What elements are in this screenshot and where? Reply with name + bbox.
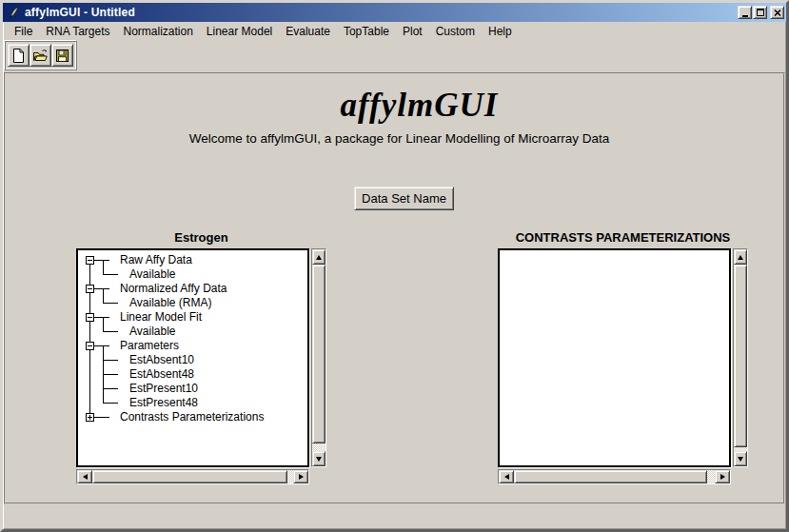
tree-line: [94, 260, 109, 261]
tree-line: [103, 403, 118, 404]
tree-line: [103, 288, 104, 303]
tree-item-label[interactable]: EstPresent10: [129, 382, 198, 396]
contrasts-listbox[interactable]: [498, 248, 731, 467]
data-set-name-button[interactable]: Data Set Name: [354, 187, 454, 210]
tree-item-label[interactable]: Available: [129, 325, 175, 339]
tree-item-normalized-affy-data[interactable]: Normalized Affy Data: [78, 282, 307, 296]
scroll-down-button[interactable]: [312, 451, 325, 466]
tree-item-raw-affy-data[interactable]: Raw Affy Data: [78, 253, 307, 267]
tree-item-available[interactable]: Available: [78, 267, 307, 282]
tree-item-label[interactable]: EstAbsent48: [129, 367, 194, 382]
collapse-toggle-icon[interactable]: [86, 342, 94, 350]
new-file-icon: [10, 48, 27, 64]
tree-item-label[interactable]: Contrasts Parameterizations: [120, 410, 264, 424]
tree-line: [103, 374, 104, 388]
menu-plot[interactable]: Plot: [396, 23, 429, 40]
expand-toggle-icon[interactable]: [86, 413, 94, 422]
tree-item-estabsent48[interactable]: EstAbsent48: [78, 367, 307, 382]
scroll-up-button[interactable]: [312, 249, 325, 265]
estrogen-tree-listbox[interactable]: Raw Affy Data Available Normalized Affy …: [76, 248, 309, 467]
toolbar: [4, 40, 77, 70]
tree-line: [103, 388, 104, 403]
tree-item-parameters[interactable]: Parameters: [78, 339, 307, 353]
new-file-button[interactable]: [8, 44, 30, 67]
tree-item-estabsent10[interactable]: EstAbsent10: [78, 353, 307, 367]
tree-line: [94, 345, 109, 346]
menu-file[interactable]: File: [8, 23, 39, 40]
menu-evaluate[interactable]: Evaluate: [279, 23, 337, 40]
tree-line: [103, 345, 104, 360]
scrollbar-thumb[interactable]: [734, 265, 747, 447]
tree-line: [103, 360, 104, 374]
arrow-left-icon: [83, 474, 88, 480]
right-vertical-scrollbar[interactable]: [733, 248, 748, 467]
tree-line: [103, 260, 104, 274]
close-button[interactable]: [770, 6, 784, 19]
tree-item-label[interactable]: Linear Model Fit: [120, 310, 202, 325]
tree-item-linear-model-fit[interactable]: Linear Model Fit: [78, 310, 307, 325]
welcome-text: Welcome to affylmGUI, a package for Line…: [3, 131, 786, 146]
app-window: affylmGUI - Untitled File RNA Targets No…: [0, 0, 789, 532]
tree-item-label[interactable]: Normalized Affy Data: [120, 282, 227, 296]
arrow-left-icon: [504, 474, 509, 480]
menu-custom[interactable]: Custom: [429, 23, 482, 40]
menu-normalization[interactable]: Normalization: [117, 23, 200, 40]
scroll-up-button[interactable]: [734, 249, 747, 265]
open-folder-icon: [32, 48, 49, 64]
menu-linear-model[interactable]: Linear Model: [200, 23, 279, 40]
collapse-toggle-icon[interactable]: [86, 313, 94, 322]
tree-item-label[interactable]: EstAbsent10: [129, 353, 194, 367]
tree-item-label[interactable]: Raw Affy Data: [120, 253, 192, 267]
tree-line: [94, 288, 109, 289]
minimize-icon: [742, 15, 748, 17]
maximize-icon: [757, 9, 764, 16]
tree-item-estpresent48[interactable]: EstPresent48: [78, 396, 307, 410]
titlebar[interactable]: affylmGUI - Untitled: [3, 3, 786, 22]
scrollbar-track[interactable]: [514, 470, 715, 483]
tree-item-contrasts-parameterizations[interactable]: Contrasts Parameterizations: [78, 410, 307, 424]
collapse-toggle-icon[interactable]: [86, 256, 94, 265]
save-file-button[interactable]: [51, 44, 73, 67]
scroll-down-button[interactable]: [734, 451, 747, 466]
collapse-toggle-icon[interactable]: [86, 285, 94, 293]
scrollbar-thumb[interactable]: [514, 470, 707, 483]
right-panel-header: CONTRASTS PARAMETERIZATIONS: [498, 230, 748, 245]
left-horizontal-scrollbar[interactable]: [76, 469, 309, 484]
scroll-right-button[interactable]: [293, 470, 308, 483]
tree-item-label[interactable]: Parameters: [120, 339, 179, 353]
arrow-up-icon: [316, 255, 322, 260]
scrollbar-track[interactable]: [734, 265, 747, 451]
scrollbar-thumb[interactable]: [92, 470, 287, 483]
maximize-button[interactable]: [753, 6, 767, 19]
right-horizontal-scrollbar[interactable]: [498, 469, 731, 484]
menu-toptable[interactable]: TopTable: [337, 23, 396, 40]
tree-item-label[interactable]: Available (RMA): [129, 296, 211, 310]
arrow-right-icon: [720, 474, 725, 480]
open-file-button[interactable]: [30, 44, 51, 67]
menu-rna-targets[interactable]: RNA Targets: [39, 23, 116, 40]
arrow-right-icon: [299, 474, 304, 480]
tree-line: [103, 388, 118, 389]
scrollbar-track[interactable]: [92, 470, 293, 483]
scroll-left-button[interactable]: [77, 470, 92, 483]
tree-item-available-rma[interactable]: Available (RMA): [78, 296, 307, 310]
tree-item-estpresent10[interactable]: EstPresent10: [78, 382, 307, 396]
scrollbar-track[interactable]: [312, 265, 325, 451]
tree-view: Raw Affy Data Available Normalized Affy …: [78, 250, 307, 465]
save-floppy-icon: [54, 48, 70, 64]
tree-line: [103, 317, 104, 331]
tree-line: [103, 360, 118, 361]
scrollbar-thumb[interactable]: [312, 265, 325, 443]
tree-item-available-2[interactable]: Available: [78, 325, 307, 339]
tree-line: [103, 374, 118, 375]
arrow-down-icon: [316, 457, 322, 462]
menu-help[interactable]: Help: [482, 23, 519, 40]
minimize-button[interactable]: [738, 6, 752, 19]
tree-item-label[interactable]: Available: [129, 267, 175, 282]
scroll-right-button[interactable]: [715, 470, 730, 483]
left-vertical-scrollbar[interactable]: [311, 248, 326, 467]
scroll-left-button[interactable]: [499, 470, 514, 483]
arrow-down-icon: [738, 457, 743, 462]
tree-item-label[interactable]: EstPresent48: [129, 396, 198, 410]
tree-line: [103, 331, 118, 332]
